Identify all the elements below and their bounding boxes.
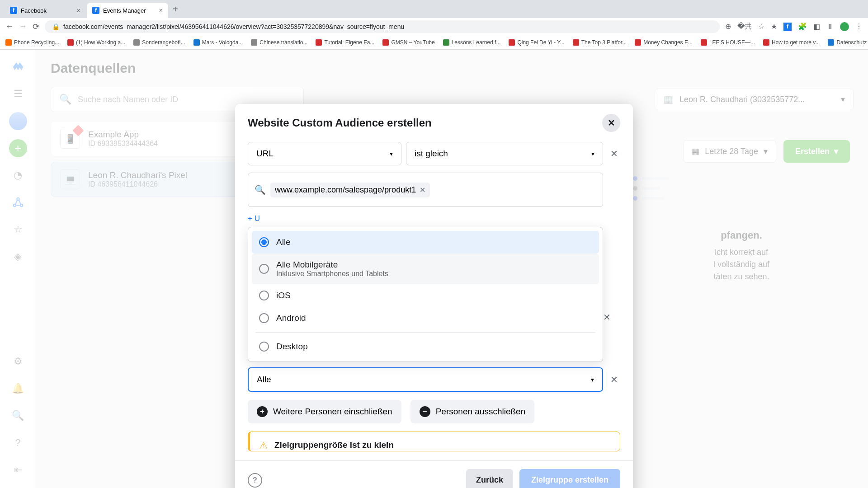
option-ios[interactable]: iOS bbox=[252, 284, 599, 307]
device-select[interactable]: Alle ▾ bbox=[248, 367, 603, 392]
bookmark-icon bbox=[5, 39, 12, 46]
select-label: ist gleich bbox=[415, 149, 448, 159]
device-value: Alle bbox=[257, 375, 271, 385]
bookmark-icon bbox=[701, 39, 707, 46]
new-tab-button[interactable]: + bbox=[169, 4, 182, 14]
url-input[interactable]: 🔒 facebook.com/events_manager2/list/pixe… bbox=[45, 20, 720, 33]
bookmark-label: The Top 3 Platfor... bbox=[581, 39, 627, 46]
app: ☰ + ◔ ☆ ◈ ⚙ 🔔 🔍 ? ⇤ Datenquellen 🔍 🏢 Leo… bbox=[0, 50, 868, 488]
bookmark-item[interactable]: GMSN – YouTube bbox=[382, 39, 434, 46]
bookmark-label: GMSN – YouTube bbox=[391, 39, 434, 46]
address-icons: ⊕ �共 ☆ ★ f 🧩 ◧ ⏸ ⋮ bbox=[725, 22, 863, 31]
include-more-button[interactable]: + Weitere Personen einschließen bbox=[248, 400, 401, 423]
facebook-icon[interactable]: f bbox=[783, 23, 792, 31]
bookmark-label: Qing Fei De Yi - Y... bbox=[517, 39, 564, 46]
bookmark-item[interactable]: The Top 3 Platfor... bbox=[573, 39, 627, 46]
bookmark-item[interactable]: Qing Fei De Yi - Y... bbox=[509, 39, 564, 46]
modal-header: Website Custom Audience erstellen ✕ bbox=[235, 104, 633, 142]
modal-footer: ? Zurück Zielgruppe erstellen bbox=[235, 460, 633, 488]
chevron-down-icon: ▾ bbox=[390, 150, 393, 157]
tab-facebook[interactable]: f Facebook × bbox=[5, 3, 86, 18]
back-icon[interactable]: ← bbox=[5, 22, 14, 31]
pill-label: Personen ausschließen bbox=[436, 407, 526, 417]
create-audience-button[interactable]: Zielgruppe erstellen bbox=[519, 469, 620, 488]
bookmark-label: Sonderangebot!... bbox=[142, 39, 185, 46]
option-alle[interactable]: Alle bbox=[252, 231, 599, 253]
bookmark-item[interactable]: Lessons Learned f... bbox=[443, 39, 501, 46]
option-desktop[interactable]: Desktop bbox=[252, 335, 599, 358]
bookmark-icon bbox=[316, 39, 322, 46]
bookmark-icon bbox=[509, 39, 515, 46]
option-android[interactable]: Android bbox=[252, 307, 599, 329]
facebook-icon: f bbox=[10, 7, 17, 14]
custom-audience-modal: Website Custom Audience erstellen ✕ URL … bbox=[235, 104, 633, 488]
option-sublabel: Inklusive Smartphones und Tablets bbox=[276, 270, 388, 278]
remove-device-button[interactable]: ✕ bbox=[608, 373, 620, 386]
remove-section-button[interactable]: ✕ bbox=[600, 311, 613, 324]
radio-icon bbox=[259, 313, 269, 323]
bookmark-icon bbox=[382, 39, 389, 46]
group-icon[interactable]: ◧ bbox=[813, 22, 820, 31]
pill-label: Weitere Personen einschließen bbox=[273, 407, 392, 417]
exclude-button[interactable]: − Personen ausschließen bbox=[410, 400, 535, 423]
add-filter-link[interactable]: + U bbox=[248, 214, 620, 223]
close-icon[interactable]: × bbox=[77, 7, 80, 14]
extension-icon[interactable]: ★ bbox=[771, 22, 777, 31]
match-operator-select[interactable]: ist gleich ▾ bbox=[406, 142, 603, 165]
select-label: URL bbox=[256, 149, 274, 159]
remove-rule-button[interactable]: ✕ bbox=[608, 147, 620, 160]
bookmark-item[interactable]: How to get more v... bbox=[763, 39, 820, 46]
bookmark-item[interactable]: Money Changes E... bbox=[635, 39, 693, 46]
tab-events-manager[interactable]: f Events Manager × bbox=[87, 3, 168, 18]
bookmark-label: (1) How Working a... bbox=[76, 39, 125, 46]
bookmark-item[interactable]: LEE'S HOUSE—... bbox=[701, 39, 755, 46]
close-button[interactable]: ✕ bbox=[602, 114, 620, 132]
warning-icon: ⚠ bbox=[259, 440, 268, 451]
help-button[interactable]: ? bbox=[248, 473, 262, 488]
bookmark-item[interactable]: Datenschutz – Re... bbox=[828, 39, 868, 46]
chevron-down-icon: ▾ bbox=[591, 376, 594, 383]
back-button[interactable]: Zurück bbox=[466, 469, 513, 488]
device-row: Alle ▾ ✕ bbox=[248, 367, 620, 392]
share-icon[interactable]: �共 bbox=[737, 22, 752, 31]
bookmark-icon bbox=[828, 39, 834, 46]
url-chip: www.example.com/salespage/produkt1 ✕ bbox=[270, 183, 430, 197]
bookmark-item[interactable]: Phone Recycling... bbox=[5, 39, 59, 46]
url-chip-input[interactable]: 🔍 www.example.com/salespage/produkt1 ✕ bbox=[248, 173, 603, 207]
bookmark-item[interactable]: Mars - Vologda... bbox=[193, 39, 243, 46]
close-icon[interactable]: × bbox=[159, 7, 163, 14]
menu-icon[interactable]: ⋮ bbox=[855, 22, 863, 31]
bookmark-icon bbox=[573, 39, 579, 46]
tab-label: Facebook bbox=[21, 7, 47, 14]
bookmark-icon bbox=[251, 39, 257, 46]
bookmark-item[interactable]: Sonderangebot!... bbox=[133, 39, 185, 46]
zoom-icon[interactable]: ⊕ bbox=[725, 22, 731, 31]
bookmark-item[interactable]: Chinese translatio... bbox=[251, 39, 307, 46]
option-label: Alle Mobilgeräte bbox=[276, 260, 388, 270]
chip-remove-icon[interactable]: ✕ bbox=[420, 186, 425, 194]
puzzle-icon[interactable]: 🧩 bbox=[798, 22, 807, 31]
minus-circle-icon: − bbox=[420, 406, 430, 417]
bookmark-item[interactable]: (1) How Working a... bbox=[67, 39, 125, 46]
option-label: Alle bbox=[276, 237, 291, 247]
profile-icon[interactable] bbox=[840, 22, 849, 31]
bookmark-icon bbox=[193, 39, 200, 46]
action-pills: + Weitere Personen einschließen − Person… bbox=[248, 400, 620, 423]
option-alle-mobilgeraete[interactable]: Alle Mobilgeräte Inklusive Smartphones u… bbox=[252, 253, 599, 284]
bookmark-item[interactable]: Tutorial: Eigene Fa... bbox=[316, 39, 374, 46]
chevron-down-icon: ▾ bbox=[591, 150, 594, 157]
forward-icon[interactable]: → bbox=[19, 22, 27, 31]
bookmark-label: Tutorial: Eigene Fa... bbox=[324, 39, 374, 46]
star-icon[interactable]: ☆ bbox=[758, 22, 764, 31]
reload-icon[interactable]: ⟳ bbox=[33, 22, 39, 32]
warning-title: Zielgruppengröße ist zu klein bbox=[274, 440, 394, 450]
modal-body: URL ▾ ist gleich ▾ ✕ 🔍 www.example.com/s… bbox=[235, 142, 633, 460]
url-field-select[interactable]: URL ▾ bbox=[248, 142, 401, 165]
bookmark-icon bbox=[443, 39, 449, 46]
warning-card: ⚠ Zielgruppengröße ist zu klein bbox=[248, 432, 620, 451]
bookmark-icon bbox=[635, 39, 641, 46]
option-label: Desktop bbox=[276, 342, 308, 352]
pause-icon[interactable]: ⏸ bbox=[826, 23, 834, 31]
bookmark-label: Mars - Vologda... bbox=[202, 39, 243, 46]
tabs-bar: f Facebook × f Events Manager × + bbox=[0, 0, 868, 18]
